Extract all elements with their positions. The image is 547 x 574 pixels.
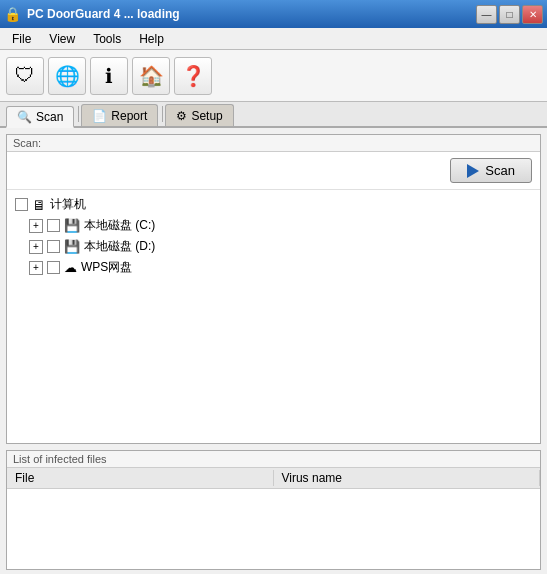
minimize-button[interactable]: — [476,5,497,24]
title-bar: 🔒 PC DoorGuard 4 ... loading — □ ✕ [0,0,547,28]
column-virus: Virus name [274,470,541,486]
scan-button-label: Scan [485,163,515,178]
drive-d-icon: 💾 [64,239,80,254]
scan-panel-header: Scan: [7,135,540,152]
tree-expand-c[interactable]: + [29,219,43,233]
column-file: File [7,470,274,486]
scan-button[interactable]: Scan [450,158,532,183]
menu-file[interactable]: File [4,30,39,48]
tab-separator [78,106,79,122]
tree-item-drive-c[interactable]: + 💾 本地磁盘 (C:) [15,215,532,236]
home-icon: 🏠 [139,64,164,88]
scan-panel-title: Scan: [13,137,41,149]
toolbar-home-button[interactable]: 🏠 [132,57,170,95]
menu-help[interactable]: Help [131,30,172,48]
title-bar-left: 🔒 PC DoorGuard 4 ... loading [4,6,180,22]
globe-icon: 🌐 [55,64,80,88]
infected-panel: List of infected files File Virus name [6,450,541,570]
scan-panel: Scan: Scan 🖥 计算机 + [6,134,541,444]
info-icon: ℹ [105,64,113,88]
toolbar-shield-button[interactable]: 🛡 [6,57,44,95]
menu-view[interactable]: View [41,30,83,48]
setup-tab-label: Setup [191,109,222,123]
maximize-button[interactable]: □ [499,5,520,24]
toolbar: 🛡 🌐 ℹ 🏠 ❓ [0,50,547,102]
file-tree: 🖥 计算机 + 💾 本地磁盘 (C:) + 💾 本地磁盘 (D:) [7,190,540,443]
scan-button-area: Scan [7,152,540,190]
toolbar-globe-button[interactable]: 🌐 [48,57,86,95]
tree-checkbox-c[interactable] [47,219,60,232]
toolbar-help-button[interactable]: ❓ [174,57,212,95]
window-title: PC DoorGuard 4 ... loading [27,7,180,21]
tab-report[interactable]: 📄 Report [81,104,158,126]
tab-bar: 🔍 Scan 📄 Report ⚙ Setup [0,102,547,128]
tree-expand-d[interactable]: + [29,240,43,254]
play-icon [467,164,479,178]
tab-separator-2 [162,106,163,122]
toolbar-info-button[interactable]: ℹ [90,57,128,95]
tree-item-wps[interactable]: + ☁ WPS网盘 [15,257,532,278]
report-tab-icon: 📄 [92,109,107,123]
tree-checkbox-d[interactable] [47,240,60,253]
help-icon: ❓ [181,64,206,88]
tab-setup[interactable]: ⚙ Setup [165,104,233,126]
tree-label-drive-c: 本地磁盘 (C:) [84,217,155,234]
shield-icon: 🛡 [15,64,35,87]
wps-icon: ☁ [64,260,77,275]
drive-c-icon: 💾 [64,218,80,233]
report-tab-label: Report [111,109,147,123]
menu-tools[interactable]: Tools [85,30,129,48]
menu-bar: File View Tools Help [0,28,547,50]
computer-icon: 🖥 [32,197,46,213]
infected-table: File Virus name [7,468,540,569]
infected-panel-header: List of infected files [7,451,540,468]
tree-checkbox-wps[interactable] [47,261,60,274]
scan-tab-label: Scan [36,110,63,124]
title-bar-controls: — □ ✕ [476,5,543,24]
tab-scan[interactable]: 🔍 Scan [6,106,74,128]
tree-expand-wps[interactable]: + [29,261,43,275]
setup-tab-icon: ⚙ [176,109,187,123]
main-content: Scan: Scan 🖥 计算机 + [0,128,547,574]
scan-panel-body: Scan 🖥 计算机 + 💾 本地磁盘 (C:) [7,152,540,443]
tree-label-wps: WPS网盘 [81,259,132,276]
close-button[interactable]: ✕ [522,5,543,24]
table-header: File Virus name [7,468,540,489]
tree-label-drive-d: 本地磁盘 (D:) [84,238,155,255]
tree-item-drive-d[interactable]: + 💾 本地磁盘 (D:) [15,236,532,257]
tree-checkbox-computer[interactable] [15,198,28,211]
tree-label-computer: 计算机 [50,196,86,213]
scan-tab-icon: 🔍 [17,110,32,124]
tree-item-computer[interactable]: 🖥 计算机 [15,194,532,215]
app-icon: 🔒 [4,6,21,22]
infected-panel-title: List of infected files [13,453,107,465]
